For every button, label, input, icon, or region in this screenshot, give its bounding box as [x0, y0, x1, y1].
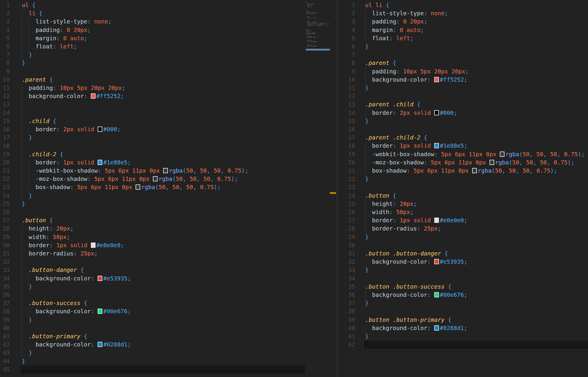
code-line[interactable]: } — [22, 316, 32, 324]
color-swatch[interactable] — [472, 168, 477, 173]
code-line[interactable]: .parent { — [22, 76, 53, 84]
code-line[interactable]: border: 1px solid #e0e0e0; — [365, 216, 467, 225]
code-line[interactable]: width: 50px; — [22, 233, 70, 241]
code-line[interactable]: .parent { — [365, 59, 396, 67]
color-swatch[interactable] — [98, 160, 102, 165]
code-line[interactable]: border: 1px solid #e0e0e0; — [22, 241, 124, 250]
code-line[interactable]: height: 20px; — [365, 200, 417, 208]
code-line[interactable]: list-style-type: none; — [365, 9, 448, 18]
code-line[interactable]: -webkit-box-shadow: 5px 6px 11px 0px rgb… — [365, 150, 585, 159]
code-line[interactable]: border: 1px solid #1e88e5; — [365, 142, 467, 150]
code-line[interactable]: background-color: #00e676; — [22, 307, 131, 316]
right-editor-pane[interactable]: 1234567891011121314151617181920212223242… — [338, 0, 588, 377]
code-line[interactable]: background-color: #ff5252; — [365, 76, 467, 84]
color-swatch[interactable] — [434, 325, 439, 331]
code-line[interactable]: height: 20px; — [22, 225, 74, 233]
code-line[interactable]: background-color: #0288d1; — [22, 341, 131, 349]
color-swatch[interactable] — [98, 276, 102, 281]
code-line[interactable]: } — [365, 84, 369, 92]
token-b: { — [309, 16, 310, 17]
code-line[interactable]: } — [365, 175, 369, 183]
minimap[interactable]: ul { li { list-style-type: none; padding… — [306, 1, 331, 51]
code-line[interactable]: width: 50px; — [365, 208, 413, 216]
code-line[interactable]: } — [22, 59, 25, 67]
code-line[interactable]: box-shadow: 5px 6px 11px 0px rgba(50, 50… — [22, 183, 221, 191]
code-line[interactable]: border: 1px solid #1e88e5; — [22, 159, 131, 167]
color-swatch[interactable] — [136, 184, 140, 190]
code-line[interactable]: li { — [22, 9, 42, 18]
code-line[interactable]: } — [22, 51, 32, 59]
code-line[interactable]: background-color: #e53935; — [365, 258, 467, 266]
code-line[interactable]: } — [365, 43, 369, 51]
code-line[interactable]: padding: 0 20px; — [365, 18, 427, 26]
color-swatch[interactable] — [153, 176, 158, 181]
code-line[interactable]: } — [365, 299, 369, 307]
code-line[interactable]: .button-primary { — [22, 332, 87, 341]
code-line[interactable]: ul li { — [365, 1, 389, 9]
code-line[interactable]: border: 2px solid #000; — [365, 109, 457, 117]
token-w — [365, 209, 372, 216]
code-line[interactable]: .child { — [22, 117, 56, 125]
code-line[interactable]: } — [365, 117, 369, 125]
code-line[interactable]: .button .button-danger { — [365, 250, 448, 258]
color-swatch[interactable] — [434, 292, 439, 297]
color-swatch[interactable] — [434, 110, 439, 115]
code-line[interactable]: background-color: #e53935; — [22, 275, 131, 283]
code-line[interactable]: } — [22, 192, 32, 200]
color-swatch[interactable] — [163, 168, 168, 173]
token-b: { — [417, 101, 420, 108]
code-line[interactable]: margin: 0 auto; — [365, 26, 424, 34]
code-line[interactable]: -moz-box-shadow: 5px 6px 11px 0px rgba(5… — [365, 159, 574, 167]
color-swatch[interactable] — [500, 152, 505, 157]
line-number: 42 — [338, 341, 355, 349]
code-line[interactable]: box-shadow: 5px 6px 11px 0px rgba(50, 50… — [365, 167, 557, 175]
code-line[interactable]: margin: 0 auto; — [22, 34, 87, 43]
code-line[interactable]: .button { — [365, 192, 396, 200]
code-line[interactable]: border-radius: 25px; — [365, 225, 441, 233]
color-swatch[interactable] — [91, 243, 96, 248]
code-line[interactable]: } — [22, 283, 32, 291]
color-swatch[interactable] — [434, 259, 439, 264]
code-line[interactable]: background-color: #ff5252; — [22, 92, 124, 100]
color-swatch[interactable] — [98, 342, 102, 347]
code-line[interactable]: border: 2px solid #000; — [22, 125, 121, 134]
color-swatch[interactable] — [434, 77, 439, 82]
code-line[interactable]: } — [365, 233, 369, 241]
code-line[interactable]: } — [365, 266, 369, 274]
code-line[interactable]: .button .button-primary { — [365, 316, 452, 324]
code-line[interactable]: .parent .child-2 { — [365, 134, 427, 142]
color-swatch[interactable] — [91, 93, 96, 99]
code-line[interactable]: .button-danger { — [22, 266, 84, 274]
color-swatch[interactable] — [98, 127, 102, 132]
code-line[interactable]: background-color: #00e676; — [365, 291, 467, 299]
code-line[interactable]: padding: 0 20px; — [22, 26, 91, 34]
code-line[interactable]: } — [365, 332, 369, 341]
code-text: } — [365, 43, 369, 50]
color-swatch[interactable] — [434, 143, 439, 148]
token-o: : — [98, 167, 101, 174]
code-line[interactable]: } — [22, 349, 32, 357]
code-line[interactable]: .child-2 { — [22, 150, 63, 159]
code-line[interactable]: -moz-box-shadow: 5px 6px 11px 0px rgba(5… — [22, 175, 238, 183]
code-line[interactable]: ul { — [22, 1, 36, 9]
code-line[interactable]: background-color: #0288d1; — [365, 324, 467, 332]
code-line[interactable]: padding: 10px 5px 20px 20px; — [365, 68, 469, 76]
code-line[interactable]: border-radius: 25px; — [22, 250, 98, 258]
code-line[interactable]: padding: 10px 5px 20px 20px; — [22, 84, 125, 92]
color-swatch[interactable] — [434, 218, 439, 223]
code-line[interactable]: .parent .child { — [365, 100, 420, 109]
code-line[interactable]: } — [22, 200, 25, 208]
code-line[interactable]: .button-success { — [22, 299, 87, 307]
code-line[interactable]: list-style-type: none; — [22, 18, 111, 26]
left-editor-pane[interactable]: 1234567891011121314151617181920212223242… — [0, 0, 337, 377]
code-line[interactable]: .button .button-success { — [365, 283, 452, 291]
color-swatch[interactable] — [98, 309, 102, 314]
code-line[interactable]: float: left; — [365, 34, 413, 43]
code-line[interactable]: -webkit-box-shadow: 5px 6px 11px 0px rgb… — [22, 167, 248, 175]
color-swatch[interactable] — [490, 160, 494, 165]
code-line[interactable]: .button { — [22, 216, 53, 225]
code-line[interactable]: float: left; — [22, 43, 77, 51]
code-line[interactable]: } — [22, 357, 25, 366]
line-number: 2 — [338, 9, 355, 18]
code-line[interactable]: } — [22, 134, 32, 142]
